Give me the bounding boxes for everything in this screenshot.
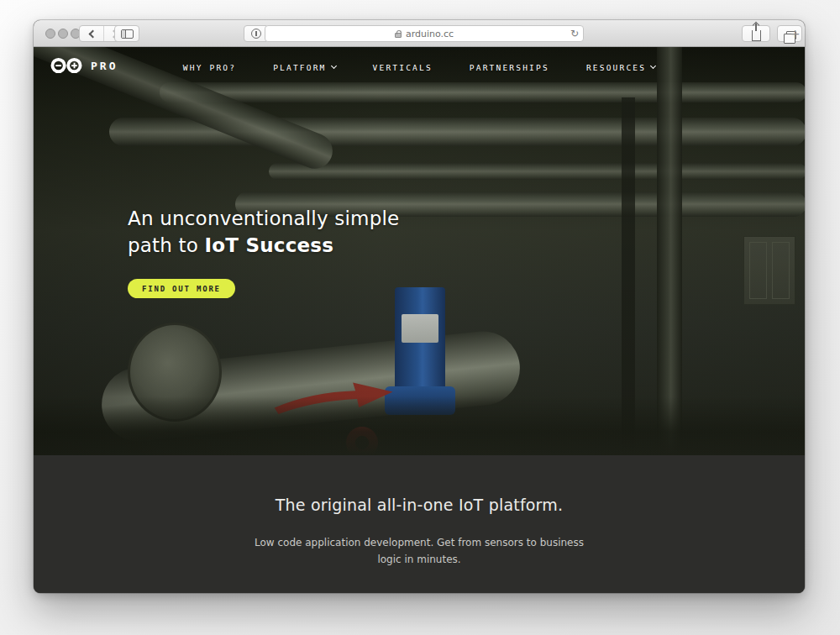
refresh-button[interactable]: ↻ [570, 27, 579, 41]
share-button[interactable] [742, 25, 770, 42]
chevron-down-icon [331, 63, 337, 69]
back-icon [88, 29, 97, 38]
band-subtitle: Low code application development. Get fr… [34, 534, 805, 568]
close-button[interactable] [45, 29, 55, 39]
info-circle-icon [251, 29, 261, 39]
address-bar[interactable]: arduino.cc ↻ [265, 25, 584, 42]
page-content: PRO WHY PRO? PLATFORM VERTICALS PARTNERS… [34, 47, 805, 593]
browser-window: arduino.cc ↻ + [34, 20, 805, 593]
browser-titlebar: arduino.cc ↻ + [34, 20, 805, 47]
band-title: The original all-in-one IoT platform. [34, 455, 805, 514]
minimize-button[interactable] [58, 29, 68, 39]
nav-item-why-pro[interactable]: WHY PRO? [183, 63, 236, 72]
main-nav: WHY PRO? PLATFORM VERTICALS PARTNERSHIPS… [34, 47, 805, 87]
nav-item-resources[interactable]: RESOURCES [586, 63, 655, 72]
hero-headline: An unconventionally simple path to IoT S… [128, 205, 399, 259]
url-text: arduino.cc [406, 29, 454, 39]
lock-icon [395, 33, 402, 38]
nav-item-platform[interactable]: PLATFORM [273, 63, 335, 72]
find-out-more-button[interactable]: FIND OUT MORE [128, 279, 235, 298]
back-button[interactable] [80, 26, 103, 41]
nav-item-partnerships[interactable]: PARTNERSHIPS [470, 63, 549, 72]
sidebar-button[interactable] [114, 25, 139, 42]
new-tab-button[interactable]: + [789, 27, 801, 40]
hero-copy: An unconventionally simple path to IoT S… [128, 205, 399, 298]
nav-item-verticals[interactable]: VERTICALS [373, 63, 433, 72]
site-header: PRO WHY PRO? PLATFORM VERTICALS PARTNERS… [34, 47, 805, 87]
hero-section: PRO WHY PRO? PLATFORM VERTICALS PARTNERS… [34, 47, 805, 455]
chevron-down-icon [650, 63, 656, 69]
sidebar-icon [121, 29, 134, 39]
platform-band: The original all-in-one IoT platform. Lo… [34, 455, 805, 593]
share-icon [752, 30, 761, 41]
